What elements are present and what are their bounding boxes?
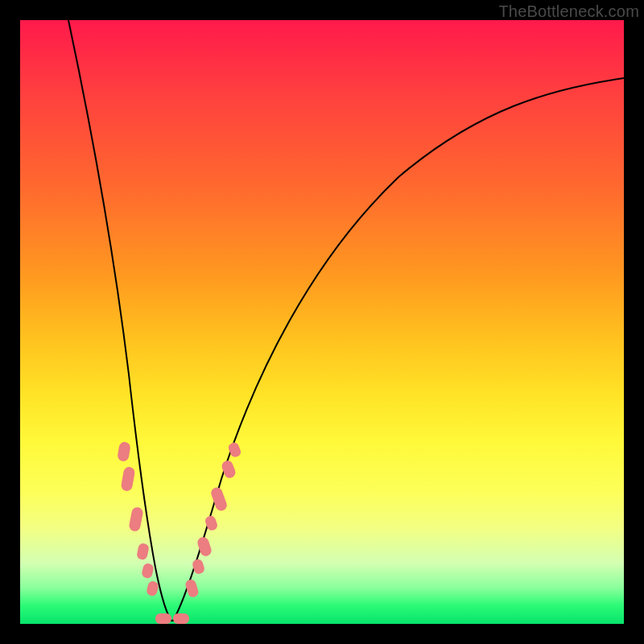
watermark-label: TheBottleneck.com: [498, 2, 639, 21]
right-curve: [173, 78, 624, 621]
left-curve: [68, 20, 171, 621]
curve-layer: [68, 20, 624, 621]
data-marker: [155, 613, 171, 624]
data-marker: [146, 580, 159, 597]
data-marker: [184, 578, 200, 598]
data-marker: [128, 506, 143, 532]
chart-frame: TheBottleneck.com: [0, 0, 644, 644]
plot-area: [20, 20, 624, 624]
data-marker: [117, 441, 131, 462]
data-marker: [136, 543, 150, 560]
marker-layer: [117, 441, 242, 624]
chart-svg: [20, 20, 624, 624]
data-marker: [192, 558, 206, 575]
data-marker: [121, 466, 136, 492]
data-marker: [173, 613, 189, 624]
data-marker: [141, 563, 155, 579]
